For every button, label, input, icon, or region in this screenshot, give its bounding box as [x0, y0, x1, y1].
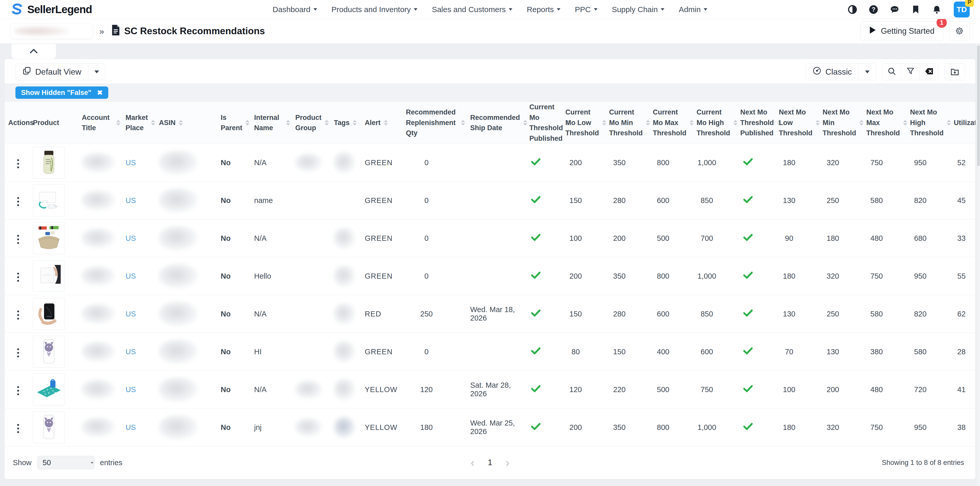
account-selector-redacted[interactable] — [10, 24, 92, 39]
user-menu: TDP — [954, 2, 970, 18]
nav-item-reports[interactable]: Reports — [527, 5, 560, 14]
nav-item-products-and-inventory[interactable]: Products and Inventory — [332, 5, 418, 14]
sort-arrows-icon[interactable] — [859, 120, 864, 126]
view-selector-caret[interactable] — [88, 64, 105, 80]
search-button[interactable] — [883, 64, 901, 80]
redacted-account-title — [82, 304, 115, 323]
product-image-hand-black-powerbank[interactable] — [33, 298, 65, 330]
marketplace-link[interactable]: US — [126, 196, 136, 204]
column-header-cur_pub[interactable]: Current Mo Threshold Published — [526, 102, 562, 144]
sort-arrows-icon[interactable] — [461, 120, 465, 126]
row-actions-kebab-icon[interactable] — [14, 384, 22, 398]
nav-item-sales-and-customers[interactable]: Sales and Customers — [432, 5, 512, 14]
sort-arrows-icon[interactable] — [903, 120, 907, 126]
column-header-cur_high[interactable]: Current Mo High Threshold — [693, 102, 737, 144]
column-header-next_pub[interactable]: Next Mo Threshold Published — [737, 102, 775, 144]
column-header-next_min[interactable]: Next Mo Min Threshold — [819, 102, 863, 144]
sort-arrows-icon[interactable] — [523, 120, 527, 126]
sort-arrows-icon[interactable] — [602, 120, 606, 126]
product-image-cat-phone-case[interactable] — [33, 336, 65, 368]
row-actions-kebab-icon[interactable] — [14, 270, 22, 284]
column-header-internal[interactable]: Internal Name — [251, 102, 292, 144]
bookmark-icon[interactable] — [910, 4, 921, 15]
row-actions-kebab-icon[interactable] — [14, 308, 22, 322]
sort-arrows-icon[interactable] — [947, 120, 951, 126]
table-row: USNoN/ARED250Wed. Mar 18, 20261502806008… — [5, 295, 975, 333]
nav-item-dashboard[interactable]: Dashboard — [273, 5, 317, 14]
marketplace-link[interactable]: US — [126, 423, 136, 432]
page-size-select[interactable]: 50 — [37, 456, 94, 469]
sort-arrows-icon[interactable] — [353, 120, 357, 126]
marketplace-link[interactable]: US — [126, 272, 136, 280]
scrollbar-thumb[interactable] — [977, 45, 980, 166]
column-header-market[interactable]: Market Place — [122, 102, 155, 144]
remove-filter-icon[interactable]: ✖ — [97, 89, 103, 97]
nav-item-supply-chain[interactable]: Supply Chain — [612, 5, 664, 14]
nav-item-ppc[interactable]: PPC — [575, 5, 598, 14]
product-image-picnic-blanket[interactable] — [33, 374, 65, 405]
brand[interactable]: SellerLegend — [10, 3, 92, 16]
contrast-toggle-icon[interactable] — [847, 4, 858, 15]
column-header-tags[interactable]: Tags — [330, 102, 361, 144]
collapse-panel-tab[interactable] — [11, 44, 56, 59]
sort-arrows-icon[interactable] — [286, 120, 290, 126]
sort-arrows-icon[interactable] — [646, 120, 650, 126]
column-header-cur_max[interactable]: Current Mo Max Threshold — [649, 102, 693, 144]
column-header-rec_qty[interactable]: Recommended Replenishment Qty — [402, 102, 466, 144]
notifications-bell-icon[interactable] — [931, 4, 942, 15]
page-number-1[interactable]: 1 — [488, 458, 492, 467]
row-actions-kebab-icon[interactable] — [14, 232, 22, 247]
product-image-hand-white-box[interactable] — [33, 260, 65, 292]
sort-arrows-icon[interactable] — [690, 120, 694, 126]
column-header-asin[interactable]: ASIN — [155, 102, 217, 144]
sort-arrows-icon[interactable] — [733, 120, 737, 126]
mode-selector-caret[interactable] — [859, 64, 876, 80]
sort-arrows-icon[interactable] — [116, 120, 120, 126]
clear-filters-button[interactable] — [920, 64, 938, 80]
column-header-is_parent[interactable]: Is Parent — [217, 102, 251, 144]
marketplace-link[interactable]: US — [126, 386, 136, 394]
column-header-utilization[interactable]: Utilization — [950, 102, 975, 144]
column-header-next_max[interactable]: Next Mo Max Threshold — [863, 102, 907, 144]
sort-arrows-icon[interactable] — [245, 120, 250, 126]
column-header-cur_low[interactable]: Current Mo Low Threshold — [562, 102, 606, 144]
cell-product — [29, 220, 78, 257]
feedback-chat-icon[interactable] — [889, 4, 900, 15]
column-header-group[interactable]: Product Group — [292, 102, 330, 144]
marketplace-link[interactable]: US — [126, 310, 136, 318]
vertical-scrollbar[interactable] — [977, 44, 980, 486]
column-header-cur_min[interactable]: Current Mo Min Threshold — [606, 102, 649, 144]
getting-started-button[interactable]: Getting Started 1 — [861, 21, 943, 41]
sort-arrows-icon[interactable] — [816, 120, 820, 126]
sort-arrows-icon[interactable] — [179, 120, 183, 126]
marketplace-link[interactable]: US — [126, 347, 136, 356]
column-header-alert[interactable]: Alert — [361, 102, 402, 144]
column-header-next_low[interactable]: Next Mo Low Threshold — [775, 102, 819, 144]
sort-arrows-icon[interactable] — [384, 120, 388, 126]
prev-page-button[interactable]: ‹ — [471, 457, 474, 468]
column-header-ship_date[interactable]: Recommended Ship Date — [466, 102, 526, 144]
column-header-next_high[interactable]: Next Mo High Threshold — [907, 102, 950, 144]
export-button[interactable] — [945, 63, 965, 80]
nav-item-admin[interactable]: Admin — [679, 5, 707, 14]
help-icon[interactable]: ? — [868, 4, 879, 15]
product-image-white-powerbank[interactable] — [33, 185, 65, 217]
row-actions-kebab-icon[interactable] — [14, 346, 22, 360]
row-actions-kebab-icon[interactable] — [14, 194, 22, 209]
marketplace-link[interactable]: US — [126, 234, 136, 242]
sort-arrows-icon[interactable] — [325, 120, 329, 126]
product-image-money-belt[interactable] — [33, 222, 65, 254]
view-selector-button[interactable]: Default View — [16, 63, 105, 80]
filter-button[interactable] — [901, 64, 920, 80]
mode-selector-button[interactable]: Classic — [806, 63, 876, 80]
marketplace-link[interactable]: US — [126, 158, 136, 167]
column-header-account[interactable]: Account Title — [78, 102, 122, 144]
sort-arrows-icon[interactable] — [151, 120, 155, 126]
page-settings-button[interactable] — [949, 21, 970, 41]
product-image-seaweed-jar[interactable] — [33, 147, 65, 178]
row-actions-kebab-icon[interactable] — [14, 421, 22, 436]
filter-pill-show-hidden[interactable]: Show Hidden "False" ✖ — [16, 86, 108, 99]
product-image-cat-phone-case[interactable] — [33, 411, 65, 443]
next-page-button[interactable]: › — [506, 457, 509, 468]
row-actions-kebab-icon[interactable] — [14, 157, 22, 171]
